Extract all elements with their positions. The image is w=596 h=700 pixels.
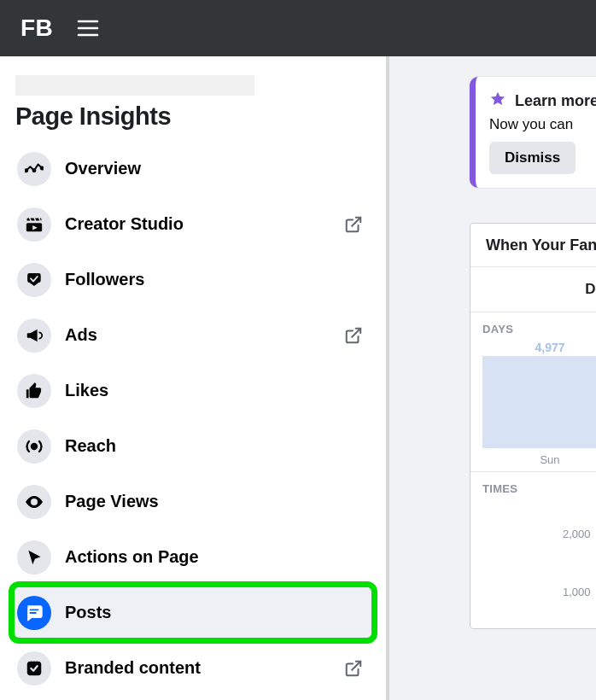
y-tick: 2,000	[563, 528, 591, 540]
topbar: FB	[0, 0, 596, 56]
days-chart: 4,977 Sun	[470, 341, 596, 471]
megaphone-icon	[17, 318, 51, 353]
sidebar-item-label: Page Views	[65, 492, 369, 511]
fb-logo[interactable]: FB	[20, 15, 53, 42]
advice-title: Learn more i	[515, 92, 596, 110]
advice-card: Learn more i Now you can Dismiss	[470, 77, 596, 188]
sidebar-item-creator-studio[interactable]: Creator Studio	[12, 196, 374, 252]
sidebar-item-overview[interactable]: Overview	[12, 141, 374, 196]
page-title: Page Insights	[15, 102, 374, 131]
sidebar-item-ads[interactable]: Ads	[12, 307, 374, 363]
sidebar-item-branded-content[interactable]: Branded content	[12, 640, 374, 696]
fans-card: When Your Fan Data sho DAYS 4,977 Sun TI…	[470, 223, 596, 629]
data-shown-label: Data sho	[470, 267, 596, 312]
times-section: TIMES 2,000 1,000	[470, 471, 596, 628]
svg-line-8	[352, 217, 360, 225]
external-link-icon	[342, 656, 365, 680]
star-icon	[489, 90, 506, 111]
cursor-icon	[17, 540, 51, 575]
times-chart: 2,000 1,000	[470, 500, 596, 628]
sidebar-item-reach[interactable]: Reach	[12, 418, 374, 474]
sidebar-item-label: Branded content	[65, 658, 342, 678]
sidebar-item-likes[interactable]: Likes	[12, 363, 374, 418]
sidebar-item-label: Likes	[65, 381, 369, 400]
external-link-icon	[342, 324, 365, 347]
svg-point-11	[32, 500, 36, 504]
dismiss-button[interactable]: Dismiss	[489, 142, 576, 174]
svg-point-4	[33, 169, 36, 172]
main-panel: Learn more i Now you can Dismiss When Yo…	[389, 56, 596, 700]
tag-check-icon	[17, 263, 51, 297]
badge-check-icon	[17, 651, 51, 685]
eye-icon	[17, 485, 51, 519]
external-link-icon	[342, 213, 365, 236]
message-icon	[17, 596, 51, 630]
sidebar-item-label: Posts	[65, 603, 369, 622]
days-label: DAYS	[470, 312, 596, 341]
broadcast-icon	[17, 429, 51, 464]
sidebar-item-label: Reach	[65, 436, 369, 456]
sidebar-item-actions-on-page[interactable]: Actions on Page	[12, 529, 374, 585]
svg-point-3	[25, 169, 27, 172]
bar	[482, 356, 596, 448]
sidebar: Page Insights Overview Creator Studio Fo…	[0, 56, 386, 700]
bar-value: 4,977	[520, 341, 580, 354]
hamburger-icon[interactable]	[77, 20, 99, 37]
advice-subtitle: Now you can	[489, 116, 596, 133]
thumb-icon	[17, 374, 51, 408]
sidebar-item-posts[interactable]: Posts	[12, 585, 374, 640]
times-label: TIMES	[470, 472, 596, 500]
y-tick: 1,000	[563, 586, 591, 598]
sidebar-item-label: Creator Studio	[65, 214, 342, 234]
svg-line-9	[352, 328, 360, 336]
page-name-placeholder	[15, 75, 254, 96]
svg-line-15	[352, 661, 360, 669]
svg-point-10	[32, 444, 37, 449]
sidebar-item-label: Ads	[65, 325, 342, 345]
days-section: DAYS 4,977 Sun	[470, 312, 596, 471]
sidebar-item-label: Actions on Page	[65, 547, 369, 567]
bar-category: Sun	[520, 453, 580, 466]
sidebar-item-label: Overview	[65, 159, 369, 178]
sidebar-item-page-views[interactable]: Page Views	[12, 474, 374, 529]
clapper-icon	[17, 207, 51, 242]
activity-icon	[17, 152, 51, 186]
sidebar-item-label: Followers	[65, 270, 369, 289]
fans-tab[interactable]: When Your Fan	[470, 224, 596, 267]
svg-point-5	[41, 166, 44, 169]
sidebar-item-followers[interactable]: Followers	[12, 252, 374, 307]
